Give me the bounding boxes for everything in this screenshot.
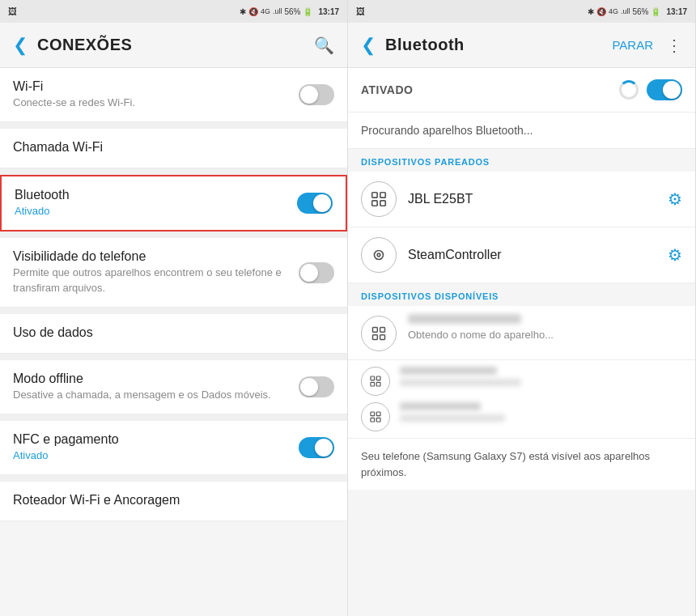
left-search-icon[interactable]: 🔍 [314, 36, 334, 55]
menu-item-uso-info: Uso de dados [13, 325, 334, 342]
right-status-icons: ✱🔇4G.ull56%🔋 13:17 [588, 7, 687, 16]
avail2-name-blur [400, 367, 497, 375]
divider-1 [0, 122, 347, 129]
svg-rect-10 [371, 376, 375, 380]
left-panel: 🖼 ✱🔇4G.ull56%🔋 13:17 ❮ CONEXÕES 🔍 Wi-Fi … [0, 0, 348, 616]
menu-item-wifi-info: Wi-Fi Conecte-se a redes Wi-Fi. [13, 79, 299, 110]
avail2-info [400, 367, 521, 386]
right-header-title: Bluetooth [385, 36, 612, 54]
left-content: Wi-Fi Conecte-se a redes Wi-Fi. Chamada … [0, 68, 347, 616]
menu-item-wifi-title: Wi-Fi [13, 79, 299, 94]
menu-item-visibilidade-info: Visibilidade do telefone Permite que out… [13, 249, 299, 295]
menu-item-visibilidade-title: Visibilidade do telefone [13, 249, 299, 264]
visibilidade-toggle[interactable] [299, 262, 334, 283]
svg-rect-11 [376, 376, 380, 380]
right-panel: 🖼 ✱🔇4G.ull56%🔋 13:17 ❮ Bluetooth PARAR ⋮… [348, 0, 696, 616]
menu-item-bluetooth-title: Bluetooth [15, 188, 297, 202]
menu-item-nfc[interactable]: NFC e pagamento Ativado [0, 421, 347, 475]
avail1-info: Obtendo o nome do aparelho... [408, 314, 682, 341]
divider-5 [0, 354, 347, 360]
bt-activated-label: ATIVADO [361, 83, 413, 96]
svg-rect-16 [371, 418, 375, 422]
left-header-title: CONEXÕES [37, 36, 314, 54]
svg-rect-0 [372, 193, 377, 198]
divider-2 [0, 168, 347, 175]
device-icon-jbl [361, 181, 397, 217]
left-status-bar: 🖼 ✱🔇4G.ull56%🔋 13:17 [0, 0, 347, 23]
menu-item-chamada-title: Chamada Wi-Fi [13, 140, 334, 155]
divider-7 [0, 475, 347, 482]
svg-rect-17 [376, 418, 380, 422]
device-icon-avail3 [361, 402, 390, 431]
available-devices-grouped [348, 360, 695, 439]
svg-rect-12 [371, 382, 375, 386]
right-header-actions: PARAR ⋮ [612, 36, 682, 55]
svg-rect-14 [371, 412, 375, 416]
svg-rect-13 [376, 382, 380, 386]
menu-item-wifi[interactable]: Wi-Fi Conecte-se a redes Wi-Fi. [0, 68, 347, 122]
right-content: ATIVADO Procurando aparelhos Bluetooth..… [348, 68, 695, 616]
svg-point-5 [377, 253, 380, 257]
left-status-time: 13:17 [318, 7, 339, 16]
menu-item-bluetooth-info: Bluetooth Ativado [15, 188, 297, 219]
right-status-time: 13:17 [666, 7, 687, 16]
menu-item-uso-title: Uso de dados [13, 325, 334, 340]
menu-item-bluetooth-subtitle: Ativado [15, 204, 297, 219]
right-status-bar: 🖼 ✱🔇4G.ull56%🔋 13:17 [348, 0, 695, 23]
svg-rect-1 [380, 193, 385, 198]
svg-rect-9 [380, 335, 385, 340]
avail3-name-blur [400, 402, 481, 410]
device-item-jbl[interactable]: JBL E25BT ⚙ [348, 172, 695, 227]
divider-6 [0, 414, 347, 421]
menu-item-nfc-title: NFC e pagamento [13, 432, 299, 447]
bt-spinner-icon [619, 80, 639, 100]
wifi-toggle[interactable] [299, 84, 334, 105]
device-item-steam[interactable]: SteamController ⚙ [348, 227, 695, 283]
menu-item-nfc-info: NFC e pagamento Ativado [13, 432, 299, 463]
avail1-sub-text: Obtendo o nome do aparelho... [408, 329, 682, 341]
left-back-button[interactable]: ❮ [13, 35, 28, 56]
svg-rect-2 [372, 201, 377, 206]
menu-item-chamada[interactable]: Chamada Wi-Fi [0, 129, 347, 168]
device-gear-jbl[interactable]: ⚙ [668, 189, 682, 209]
menu-item-nfc-subtitle: Ativado [13, 448, 299, 463]
offline-toggle[interactable] [299, 376, 334, 397]
menu-item-offline-info: Modo offline Desative a chamada, a mensa… [13, 372, 299, 402]
left-status-icon: 🖼 [8, 6, 17, 16]
bluetooth-toggle[interactable] [297, 193, 333, 214]
paired-section-header: DISPOSITIVOS PAREADOS [348, 149, 695, 172]
available-device-1[interactable]: Obtendo o nome do aparelho... [348, 306, 695, 360]
visible-notice: Seu telefone (Samsung Galaxy S7) está vi… [348, 439, 695, 490]
available-device-2[interactable] [361, 367, 682, 396]
device-icon-steam [361, 237, 397, 273]
left-header: ❮ CONEXÕES 🔍 [0, 23, 347, 68]
menu-item-wifi-subtitle: Conecte-se a redes Wi-Fi. [13, 96, 299, 110]
svg-rect-15 [376, 412, 380, 416]
avail2-sub-blur [400, 379, 521, 386]
available-device-3[interactable] [361, 402, 682, 431]
bt-activated-row: ATIVADO [348, 68, 695, 113]
avail3-sub-blur [400, 414, 505, 422]
right-status-icon: 🖼 [356, 6, 365, 16]
menu-item-roteador-info: Roteador Wi-Fi e Ancoragem [13, 493, 334, 509]
menu-item-visibilidade-subtitle: Permite que outros aparelhos encontrem o… [13, 266, 299, 295]
menu-item-chamada-info: Chamada Wi-Fi [13, 140, 334, 156]
device-name-steam: SteamController [408, 248, 668, 262]
menu-item-offline[interactable]: Modo offline Desative a chamada, a mensa… [0, 360, 347, 414]
device-icon-avail2 [361, 367, 390, 396]
avail1-name-blur [408, 314, 521, 324]
menu-item-roteador[interactable]: Roteador Wi-Fi e Ancoragem [0, 482, 347, 521]
device-gear-steam[interactable]: ⚙ [668, 245, 682, 265]
svg-point-4 [375, 251, 384, 260]
menu-item-uso[interactable]: Uso de dados [0, 314, 347, 354]
right-back-button[interactable]: ❮ [361, 35, 376, 56]
left-status-icons: ✱🔇4G.ull56%🔋 13:17 [240, 7, 339, 16]
menu-item-visibilidade[interactable]: Visibilidade do telefone Permite que out… [0, 238, 347, 307]
avail3-info [400, 402, 505, 422]
right-more-button[interactable]: ⋮ [666, 36, 682, 55]
right-stop-button[interactable]: PARAR [612, 38, 653, 52]
menu-item-bluetooth[interactable]: Bluetooth Ativado [0, 175, 347, 232]
right-header: ❮ Bluetooth PARAR ⋮ [348, 23, 695, 68]
nfc-toggle[interactable] [299, 437, 334, 458]
bt-main-toggle[interactable] [647, 79, 682, 100]
